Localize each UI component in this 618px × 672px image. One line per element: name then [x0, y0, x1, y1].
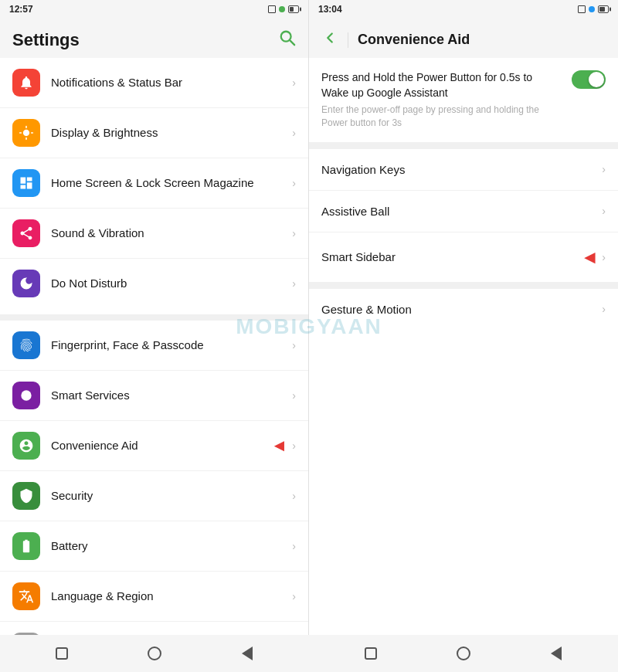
- battery-chevron: ›: [292, 540, 296, 552]
- left-header: Settings: [0, 19, 308, 58]
- right-status-bar: 13:04: [309, 0, 618, 19]
- left-status-bar: 12:57: [0, 0, 309, 19]
- left-home-button[interactable]: [146, 645, 163, 662]
- settings-item-security[interactable]: Security ›: [0, 471, 308, 521]
- convenienceaid-chevron: ›: [292, 440, 296, 452]
- google-assistant-toggle[interactable]: [572, 70, 606, 89]
- language-chevron: ›: [292, 590, 296, 602]
- right-time: 13:04: [318, 4, 342, 15]
- left-back-icon: [242, 647, 253, 660]
- divider-line-right: [348, 32, 348, 48]
- donotdisturb-label: Do Not Disturb: [51, 276, 292, 291]
- right-back-button[interactable]: [548, 645, 565, 662]
- assistiveball-label: Assistive Ball: [321, 205, 602, 218]
- smartsidebar-arrow-indicator: ◄: [581, 246, 599, 268]
- donotdisturb-icon: [12, 270, 40, 297]
- group-divider: [0, 314, 308, 321]
- left-home-icon: [148, 647, 161, 660]
- settings-item-battery[interactable]: Battery ›: [0, 521, 308, 572]
- google-assistant-text: Press and Hold the Power Button for 0.5s…: [321, 70, 562, 130]
- left-notification-icon: [268, 5, 276, 13]
- settings-group-1: Notifications & Status Bar › Display & B…: [0, 58, 308, 308]
- left-recent-button[interactable]: [53, 645, 70, 662]
- settings-item-smartservices[interactable]: Smart Services ›: [0, 371, 308, 421]
- settings-group-2: Fingerprint, Face & Passcode › Smart Ser…: [0, 321, 308, 635]
- status-bars: 12:57 13:04: [0, 0, 618, 19]
- settings-item-homescreen[interactable]: Home Screen & Lock Screen Magazine ›: [0, 158, 308, 209]
- smartservices-chevron: ›: [292, 389, 296, 402]
- security-icon: [12, 482, 40, 510]
- additional-icon: [12, 633, 40, 635]
- right-menu-item-smartsidebar[interactable]: Smart Sidebar ◄ ›: [309, 232, 618, 283]
- panels-wrapper: MOBIGYAAN Settings: [0, 19, 618, 635]
- right-recent-icon: [365, 647, 377, 660]
- right-sim-icon: [589, 6, 595, 12]
- settings-item-convenienceaid[interactable]: Convenience Aid ◄ ›: [0, 421, 308, 471]
- display-chevron: ›: [292, 127, 296, 139]
- smartservices-icon: [12, 382, 40, 409]
- svg-line-1: [290, 41, 295, 45]
- right-nav: [309, 635, 618, 672]
- back-button[interactable]: [321, 29, 338, 50]
- settings-item-display[interactable]: Display & Brightness ›: [0, 108, 308, 158]
- left-panel: Settings: [0, 19, 309, 635]
- left-sim-icon: [279, 6, 285, 12]
- convenienceaid-icon: [12, 432, 40, 460]
- sound-chevron: ›: [292, 227, 296, 239]
- right-divider-2: [309, 283, 618, 289]
- settings-item-notifications[interactable]: Notifications & Status Bar ›: [0, 58, 308, 108]
- display-label: Display & Brightness: [51, 125, 292, 141]
- google-assistant-subtitle: Enter the power-off page by pressing and…: [321, 104, 562, 130]
- right-menu-item-navigationkeys[interactable]: Navigation Keys ›: [309, 149, 618, 191]
- right-home-icon: [457, 647, 470, 660]
- fingerprint-chevron: ›: [292, 339, 296, 351]
- right-menu-item-gesturemotion[interactable]: Gesture & Motion ›: [309, 289, 618, 330]
- sound-icon: [12, 219, 40, 247]
- svg-point-0: [281, 32, 291, 42]
- left-nav: [0, 635, 309, 672]
- google-assistant-toggle-row: Press and Hold the Power Button for 0.5s…: [309, 58, 618, 143]
- settings-item-fingerprint[interactable]: Fingerprint, Face & Passcode ›: [0, 321, 308, 371]
- right-header: Convenience Aid: [309, 19, 618, 58]
- settings-item-donotdisturb[interactable]: Do Not Disturb ›: [0, 259, 308, 308]
- gesturemotion-chevron: ›: [602, 303, 606, 315]
- left-status-icons: [268, 5, 299, 13]
- assistiveball-chevron: ›: [602, 205, 606, 217]
- left-recent-icon: [56, 647, 68, 660]
- right-menu-item-assistiveball[interactable]: Assistive Ball ›: [309, 191, 618, 232]
- settings-item-additional[interactable]: Additional Settings ›: [0, 622, 308, 635]
- battery-icon: [12, 532, 40, 560]
- homescreen-icon: [12, 169, 40, 197]
- sound-label: Sound & Vibration: [51, 226, 292, 241]
- gesturemotion-label: Gesture & Motion: [321, 303, 602, 316]
- donotdisturb-chevron: ›: [292, 277, 296, 290]
- right-recent-button[interactable]: [362, 645, 379, 662]
- notifications-icon: [12, 69, 40, 97]
- right-battery-icon: [598, 5, 609, 13]
- right-home-button[interactable]: [455, 645, 472, 662]
- security-label: Security: [51, 488, 292, 504]
- right-panel: Convenience Aid Press and Hold the Power…: [309, 19, 618, 635]
- settings-item-language[interactable]: Language & Region ›: [0, 572, 308, 622]
- fingerprint-icon: [12, 331, 40, 359]
- language-label: Language & Region: [51, 589, 292, 604]
- left-battery-icon: [288, 5, 299, 13]
- convenienceaid-arrow-indicator: ◄: [271, 436, 288, 456]
- google-assistant-title: Press and Hold the Power Button for 0.5s…: [321, 70, 562, 100]
- navigation-bar: [0, 635, 618, 672]
- fingerprint-label: Fingerprint, Face & Passcode: [51, 338, 292, 353]
- battery-label: Battery: [51, 538, 292, 554]
- right-status-icons: [578, 5, 609, 13]
- left-back-button[interactable]: [239, 645, 256, 662]
- right-content: Press and Hold the Power Button for 0.5s…: [309, 58, 618, 635]
- smartsidebar-chevron: ›: [602, 251, 606, 263]
- smartservices-label: Smart Services: [51, 388, 292, 403]
- left-time: 12:57: [9, 4, 33, 15]
- notifications-chevron: ›: [292, 76, 296, 89]
- search-icon[interactable]: [279, 29, 296, 50]
- navigationkeys-label: Navigation Keys: [321, 163, 602, 176]
- right-divider: [309, 143, 618, 149]
- right-notification-icon: [578, 5, 586, 13]
- display-icon: [12, 119, 40, 147]
- settings-item-sound[interactable]: Sound & Vibration ›: [0, 209, 308, 259]
